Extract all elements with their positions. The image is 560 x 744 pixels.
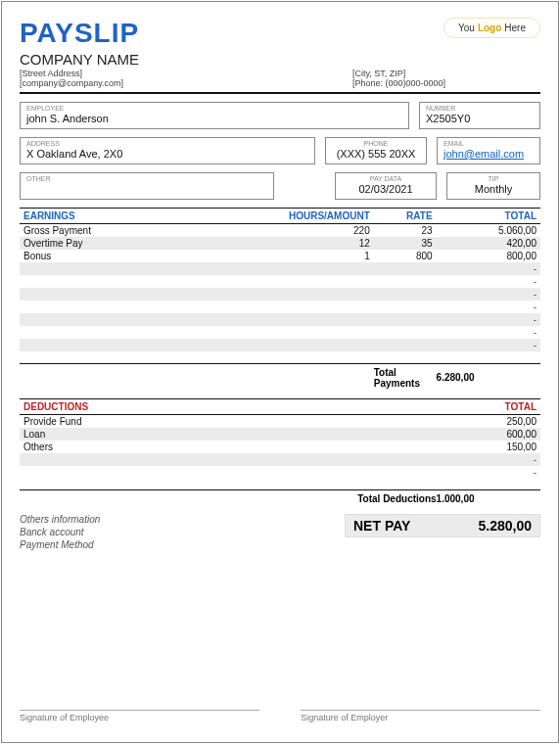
company-block: COMPANY NAME [Street Address] [company@c… bbox=[20, 51, 540, 88]
earnings-row: Bonus1800800,00 bbox=[20, 250, 540, 262]
earnings-name: Overtime Pay bbox=[20, 237, 259, 250]
deductions-total-value: 1.000,00 bbox=[437, 490, 540, 505]
company-address: [Street Address] bbox=[20, 69, 352, 78]
header-row: PAYSLIP You Logo Here bbox=[20, 18, 540, 49]
phone-value: (XXX) 555 20XX bbox=[332, 148, 420, 160]
earnings-row-empty: - bbox=[20, 288, 540, 301]
earnings-col-hours: HOURS/AMOUNT bbox=[259, 209, 374, 224]
paydata-value: 02/03/2021 bbox=[342, 183, 430, 195]
earnings-total: 5.060,00 bbox=[437, 224, 540, 238]
company-email: [company@company.com] bbox=[20, 78, 352, 88]
deductions-row: Loan600,00 bbox=[20, 428, 540, 441]
deductions-total: 600,00 bbox=[437, 428, 540, 441]
earnings-name: Gross Payment bbox=[20, 224, 259, 238]
address-label: ADDRESS bbox=[26, 140, 308, 147]
deductions-row: Provide Fund250,00 bbox=[20, 414, 540, 428]
earnings-rate: 23 bbox=[374, 224, 437, 238]
number-label: NUMBER bbox=[426, 105, 534, 112]
deductions-total-label: Total Deductions bbox=[20, 490, 437, 505]
earnings-name: Bonus bbox=[20, 250, 259, 262]
deductions-row: Others150,00 bbox=[20, 441, 540, 453]
employee-value: john S. Anderson bbox=[26, 113, 402, 124]
dash: - bbox=[437, 339, 540, 351]
company-phone: [Phone: (000)000-0000] bbox=[352, 78, 540, 88]
earnings-row: Gross Payment220235.060,00 bbox=[20, 224, 540, 238]
deductions-table: DEDUCTIONS TOTAL Provide Fund250,00Loan6… bbox=[20, 398, 540, 505]
others-line-0: Banck account bbox=[20, 527, 100, 537]
dash: - bbox=[437, 326, 540, 339]
earnings-row-empty: - bbox=[20, 339, 540, 351]
tip-field: TIP Monthly bbox=[446, 172, 540, 200]
earnings-col-name: EARNINGS bbox=[20, 209, 259, 224]
netpay-value: 5.280,00 bbox=[479, 518, 533, 534]
netpay-row: Others information Banck account Payment… bbox=[20, 514, 540, 552]
others-line-1: Payment Method bbox=[20, 539, 100, 550]
dash: - bbox=[437, 275, 540, 288]
deductions-name: Loan bbox=[20, 428, 437, 441]
deductions-total: 150,00 bbox=[437, 441, 540, 453]
document-title: PAYSLIP bbox=[20, 18, 139, 49]
signature-row: Signature of Employee Signature of Emplo… bbox=[20, 710, 540, 722]
deductions-col-name: DEDUCTIONS bbox=[20, 398, 437, 414]
tip-value: Monthly bbox=[453, 183, 534, 195]
employee-label: EMPLOYEE bbox=[26, 105, 402, 112]
field-row-3: OTHER PAY DATA 02/03/2021 TIP Monthly bbox=[20, 172, 540, 200]
company-city: [City, ST, ZIP] bbox=[352, 69, 540, 78]
earnings-row-empty: - bbox=[20, 262, 540, 275]
company-name: COMPANY NAME bbox=[20, 51, 540, 68]
paydata-label: PAY DATA bbox=[342, 175, 430, 182]
deductions-row-empty: - bbox=[20, 466, 540, 479]
earnings-hours: 220 bbox=[259, 224, 374, 238]
dash: - bbox=[437, 262, 540, 275]
field-row-1: EMPLOYEE john S. Anderson NUMBER X2505Y0 bbox=[20, 102, 540, 129]
other-field: OTHER bbox=[20, 172, 274, 200]
earnings-row-empty: - bbox=[20, 301, 540, 313]
signature-employee: Signature of Employee bbox=[20, 710, 259, 722]
dash: - bbox=[437, 288, 540, 301]
tip-label: TIP bbox=[453, 175, 534, 182]
deductions-row-empty: - bbox=[20, 453, 540, 466]
phone-field: PHONE (XXX) 555 20XX bbox=[325, 137, 427, 164]
employee-field: EMPLOYEE john S. Anderson bbox=[20, 102, 409, 129]
email-label: EMAIL bbox=[443, 140, 534, 147]
number-field: NUMBER X2505Y0 bbox=[419, 102, 540, 129]
logo-word: Logo bbox=[478, 23, 501, 33]
earnings-row-empty: - bbox=[20, 275, 540, 288]
signature-employer: Signature of Employer bbox=[301, 710, 540, 722]
deductions-col-total: TOTAL bbox=[437, 398, 540, 414]
email-field: EMAIL john@email.com bbox=[437, 137, 540, 164]
other-label: OTHER bbox=[26, 175, 267, 182]
others-info: Others information Banck account Payment… bbox=[20, 514, 100, 552]
earnings-col-total: TOTAL bbox=[437, 209, 540, 224]
earnings-row-empty: - bbox=[20, 326, 540, 339]
earnings-rate: 800 bbox=[374, 250, 437, 262]
earnings-col-rate: RATE bbox=[374, 209, 437, 224]
divider bbox=[20, 92, 540, 94]
earnings-row: Overtime Pay1235420,00 bbox=[20, 237, 540, 250]
earnings-rate: 35 bbox=[374, 237, 437, 250]
earnings-hours: 12 bbox=[259, 237, 374, 250]
deductions-name: Others bbox=[20, 441, 437, 453]
netpay-label: NET PAY bbox=[353, 518, 410, 534]
earnings-total: 420,00 bbox=[437, 237, 540, 250]
address-value: X Oakland Ave, 2X0 bbox=[26, 148, 308, 160]
earnings-table: EARNINGS HOURS/AMOUNT RATE TOTAL Gross P… bbox=[20, 208, 540, 389]
field-row-2: ADDRESS X Oakland Ave, 2X0 PHONE (XXX) 5… bbox=[20, 137, 540, 164]
earnings-row-empty: - bbox=[20, 313, 540, 326]
deductions-name: Provide Fund bbox=[20, 414, 437, 428]
paydata-field: PAY DATA 02/03/2021 bbox=[335, 172, 437, 200]
earnings-hours: 1 bbox=[259, 250, 374, 262]
earnings-total-label: Total Payments bbox=[374, 363, 437, 389]
dash: - bbox=[437, 301, 540, 313]
logo-post: Here bbox=[504, 23, 526, 33]
logo-pre: You bbox=[458, 23, 475, 33]
netpay-box: NET PAY 5.280,00 bbox=[345, 514, 540, 537]
number-value: X2505Y0 bbox=[426, 113, 534, 124]
phone-label: PHONE bbox=[332, 140, 420, 147]
payslip-document: PAYSLIP You Logo Here COMPANY NAME [Stre… bbox=[1, 1, 559, 743]
earnings-total-value: 6.280,00 bbox=[437, 363, 540, 389]
address-field: ADDRESS X Oakland Ave, 2X0 bbox=[20, 137, 315, 164]
dash: - bbox=[437, 453, 540, 466]
logo-placeholder: You Logo Here bbox=[443, 18, 540, 38]
earnings-total: 800,00 bbox=[437, 250, 540, 262]
